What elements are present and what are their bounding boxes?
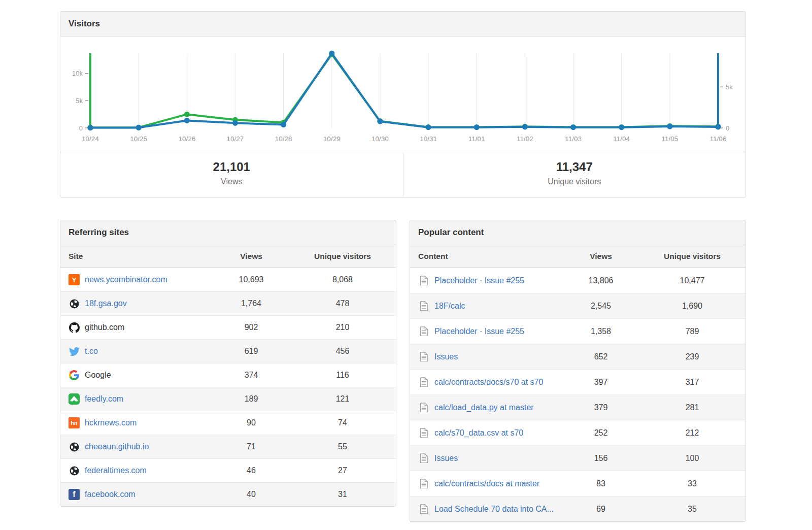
content-cell: calc/s70_data.csv at s70 bbox=[410, 427, 563, 439]
column-header-site: Site bbox=[60, 245, 213, 268]
content-link[interactable]: Load Schedule 70 data into CA... bbox=[434, 505, 554, 514]
unique-visitors-value: 212 bbox=[639, 428, 746, 438]
site-cell: github.com bbox=[60, 321, 213, 334]
content-cell: calc/contracts/docs at master bbox=[410, 478, 563, 490]
site-link[interactable]: news.ycombinator.com bbox=[85, 275, 167, 284]
table-row: 18F/calc2,5451,690 bbox=[410, 293, 746, 318]
unique-visitors-value: 55 bbox=[289, 442, 396, 451]
referring-sites-rows: Ynews.ycombinator.com10,6938,06818f.gsa.… bbox=[60, 268, 396, 506]
table-row: Google374116 bbox=[60, 363, 396, 387]
site-cell: hnhckrnews.com bbox=[60, 417, 213, 429]
content-cell: calc/load_data.py at master bbox=[410, 402, 563, 414]
views-value: 374 bbox=[213, 371, 289, 380]
site-link[interactable]: federaltimes.com bbox=[85, 466, 147, 475]
svg-text:11/03: 11/03 bbox=[565, 135, 582, 143]
content-cell: Placeholder · Issue #255 bbox=[410, 325, 563, 338]
unique-visitors-value: 789 bbox=[639, 327, 746, 336]
feedly-icon bbox=[68, 393, 80, 405]
content-link[interactable]: Placeholder · Issue #255 bbox=[434, 276, 524, 285]
unique-visitors-value: 116 bbox=[289, 371, 396, 380]
views-value: 902 bbox=[213, 323, 289, 332]
content-cell: Placeholder · Issue #255 bbox=[410, 275, 563, 287]
site-link[interactable]: hckrnews.com bbox=[85, 418, 137, 427]
views-value: 83 bbox=[563, 479, 639, 488]
table-row: github.com902210 bbox=[60, 315, 396, 339]
content-link[interactable]: 18F/calc bbox=[434, 302, 465, 311]
content-link[interactable]: calc/load_data.py at master bbox=[434, 403, 534, 412]
popular-content-header: Content Views Unique visitors bbox=[410, 245, 746, 268]
content-link[interactable]: Placeholder · Issue #255 bbox=[434, 327, 524, 336]
svg-text:11/01: 11/01 bbox=[468, 135, 485, 143]
table-row: feedly.com189121 bbox=[60, 387, 396, 411]
svg-text:11/05: 11/05 bbox=[661, 135, 678, 143]
svg-text:11/06: 11/06 bbox=[710, 135, 727, 143]
views-value: 69 bbox=[563, 505, 639, 514]
svg-text:10k: 10k bbox=[72, 70, 83, 77]
file-icon bbox=[418, 376, 430, 388]
views-stat: 21,101 Views bbox=[60, 152, 403, 197]
views-value: 397 bbox=[563, 378, 639, 387]
referring-sites-header: Site Views Unique visitors bbox=[60, 245, 396, 268]
site-cell: ffacebook.com bbox=[60, 488, 213, 501]
referring-sites-title: Referring sites bbox=[60, 220, 396, 245]
views-value: 652 bbox=[563, 352, 639, 361]
unique-visitors-value: 74 bbox=[289, 418, 396, 427]
referring-sites-panel: Referring sites Site Views Unique visito… bbox=[60, 220, 396, 507]
site-label: Google bbox=[85, 371, 111, 380]
globe-icon bbox=[68, 297, 80, 310]
popular-content-title: Popular content bbox=[410, 220, 746, 245]
unique-visitors-value: 239 bbox=[639, 352, 746, 361]
twitter-icon bbox=[68, 345, 80, 357]
svg-text:0: 0 bbox=[726, 124, 729, 132]
table-row: hnhckrnews.com9074 bbox=[60, 411, 396, 435]
table-row: Issues652239 bbox=[410, 344, 746, 369]
visitors-chart: 10/2410/2510/2610/2710/2810/2910/3010/31… bbox=[60, 37, 746, 152]
site-label: github.com bbox=[85, 323, 124, 332]
svg-text:10/26: 10/26 bbox=[178, 135, 195, 143]
views-value: 40 bbox=[213, 490, 289, 499]
table-row: Issues156100 bbox=[410, 445, 746, 471]
globe-icon bbox=[68, 441, 80, 453]
content-cell: Issues bbox=[410, 452, 563, 465]
table-row: calc/contracts/docs at master8333 bbox=[410, 471, 746, 496]
unique-visitors-total-label: Unique visitors bbox=[403, 177, 746, 186]
views-value: 13,806 bbox=[563, 276, 639, 285]
content-link[interactable]: calc/contracts/docs/s70 at s70 bbox=[434, 378, 543, 387]
file-icon bbox=[418, 402, 430, 414]
svg-text:10/24: 10/24 bbox=[82, 135, 99, 143]
site-cell: Ynews.ycombinator.com bbox=[60, 274, 213, 286]
file-icon bbox=[418, 478, 430, 490]
content-cell: calc/contracts/docs/s70 at s70 bbox=[410, 376, 563, 388]
svg-text:10/28: 10/28 bbox=[275, 135, 292, 143]
views-value: 1,358 bbox=[563, 327, 639, 336]
site-link[interactable]: cheeaun.github.io bbox=[85, 442, 149, 451]
table-row: ffacebook.com4031 bbox=[60, 482, 396, 506]
svg-text:11/02: 11/02 bbox=[517, 135, 533, 143]
svg-text:0: 0 bbox=[79, 124, 83, 132]
content-link[interactable]: calc/s70_data.csv at s70 bbox=[434, 428, 523, 438]
content-link[interactable]: Issues bbox=[434, 454, 458, 463]
views-value: 252 bbox=[563, 428, 639, 438]
unique-visitors-value: 33 bbox=[639, 479, 746, 488]
views-value: 156 bbox=[563, 454, 639, 463]
content-link[interactable]: Issues bbox=[434, 352, 458, 361]
site-link[interactable]: facebook.com bbox=[85, 490, 136, 499]
visitors-panel-title: Visitors bbox=[60, 12, 746, 37]
table-row: cheeaun.github.io7155 bbox=[60, 435, 396, 458]
unique-visitors-value: 27 bbox=[289, 466, 396, 475]
svg-text:10/27: 10/27 bbox=[227, 135, 244, 143]
site-link[interactable]: 18f.gsa.gov bbox=[85, 299, 127, 308]
table-row: Placeholder · Issue #25513,80610,477 bbox=[410, 268, 746, 293]
file-icon bbox=[418, 351, 430, 363]
site-cell: t.co bbox=[60, 345, 213, 357]
svg-text:10/29: 10/29 bbox=[323, 135, 341, 143]
unique-visitors-value: 31 bbox=[289, 490, 396, 499]
views-value: 189 bbox=[213, 394, 289, 404]
site-link[interactable]: t.co bbox=[85, 347, 98, 356]
svg-text:5k: 5k bbox=[76, 97, 83, 105]
table-row: Placeholder · Issue #2551,358789 bbox=[410, 318, 746, 344]
popular-content-rows: Placeholder · Issue #25513,80610,47718F/… bbox=[410, 268, 746, 521]
site-link[interactable]: feedly.com bbox=[85, 394, 123, 404]
content-link[interactable]: calc/contracts/docs at master bbox=[434, 479, 539, 488]
unique-visitors-value: 478 bbox=[289, 299, 396, 308]
